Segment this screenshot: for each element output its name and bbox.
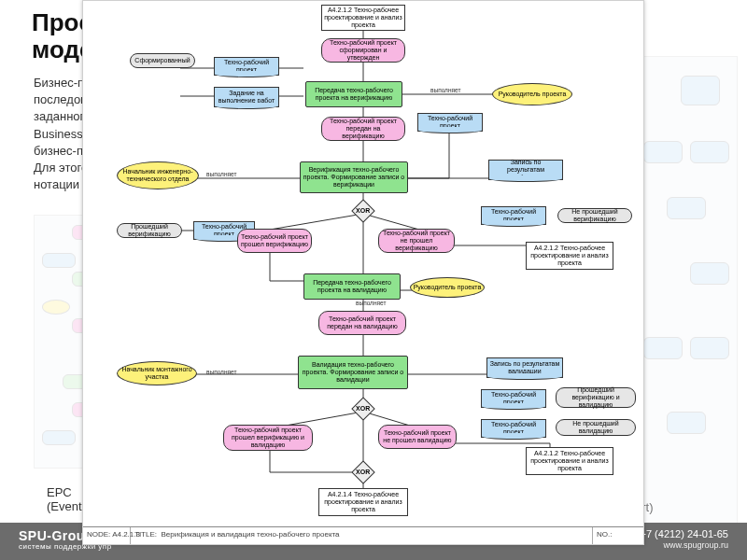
gateway-xor-3: XOR (351, 460, 374, 483)
ref-process-bottom: A4.2.1.4 Техно-рабочее проектирование и … (318, 488, 408, 516)
doc-record-verification: Запись по результатам верификации (488, 160, 563, 180)
fn-transfer-validation: Передача техно-рабочего проекта на валид… (303, 273, 401, 300)
tb-node-label: NODE: (87, 530, 110, 539)
label-performs-2: выполняет (206, 171, 236, 177)
org-nito: Начальник инженерно-технического отдела (117, 161, 199, 189)
event-verification-fail: Техно-рабочий проект не прошел верификац… (378, 229, 455, 253)
doc-task: Задание на выполнение работ (214, 87, 279, 107)
event-sent-verification: Техно-рабочий проект передан на верифика… (321, 117, 405, 141)
event-verification-ok: Техно-рабочий проект прошел верификацию (237, 229, 312, 253)
doc-trp-2: Техно-рабочий проект (417, 113, 483, 132)
doc-trp-ok: Техно-рабочий проект (481, 389, 546, 408)
gateway-xor-2: XOR (351, 397, 374, 420)
tb-title-value: Верификация и валидация техно-рабочего п… (161, 530, 339, 539)
svg-line-8 (270, 214, 363, 230)
org-project-manager-2: Руководитель проекта (410, 277, 485, 298)
fn-transfer-verification: Передача техно-рабочего проекта на вериф… (305, 81, 402, 107)
status-np-validation: Не прошедший валидацию (556, 419, 636, 436)
tb-title-label: TITLE: (134, 530, 157, 539)
event-both-ok: Техно-рабочий проект прошел верификацию … (223, 425, 313, 451)
doc-trp-np-ver: Техно-рабочий проект (481, 206, 546, 225)
faint-diagram-right (633, 56, 738, 525)
doc-trp-np-val: Техно-рабочий проект (481, 419, 546, 438)
diagram-sheet: A4.2.1.2 Техно-рабочее проектирование и … (82, 0, 644, 545)
fn-verification: Верификация техно-рабочего проекта. Форм… (300, 161, 408, 193)
status-formed: Сформированный (130, 53, 195, 68)
svg-line-9 (363, 214, 419, 230)
gateway-xor-1: XOR (351, 199, 374, 222)
ref-process-mid: A4.2.1.2 Техно-рабочее проектирование и … (526, 242, 613, 270)
event-validation-fail: Техно-рабочий проект не прошел валидацию (378, 425, 457, 449)
label-performs-3: выполняет (356, 300, 386, 306)
doc-record-validation: Запись по результатам валидации (486, 357, 563, 378)
event-trp-formed: Техно-рабочий проект сформирован и утвер… (321, 38, 405, 63)
label-performs-4: выполняет (206, 369, 236, 375)
status-passed-verification: Прошедший верификацию (117, 223, 182, 238)
fn-validation: Валидация техно-рабочего проекта. Формир… (298, 356, 408, 389)
ref-process-top: A4.2.1.2 Техно-рабочее проектирование и … (321, 5, 405, 31)
org-project-manager-1: Руководитель проекта (492, 83, 572, 105)
status-both-ok: Прошедший верификацию и валидацию (556, 387, 636, 408)
doc-trp-1: Техно-рабочий проект (214, 57, 279, 76)
title-block: NODE: A4.2.1.3 TITLE: Верификация и вали… (83, 526, 643, 544)
org-nmu: Начальник монтажного участка (117, 361, 197, 385)
tb-no-label: NO.: (597, 530, 612, 539)
status-np-verification: Не прошедший верификацию (557, 208, 632, 223)
label-epc-line1: EPC (47, 485, 72, 499)
ref-process-low: A4.2.1.2 Техно-рабочее проектирование и … (526, 447, 613, 475)
label-performs-1: выполняет (430, 87, 460, 93)
event-sent-validation: Техно-рабочий проект передан на валидаци… (318, 311, 406, 335)
